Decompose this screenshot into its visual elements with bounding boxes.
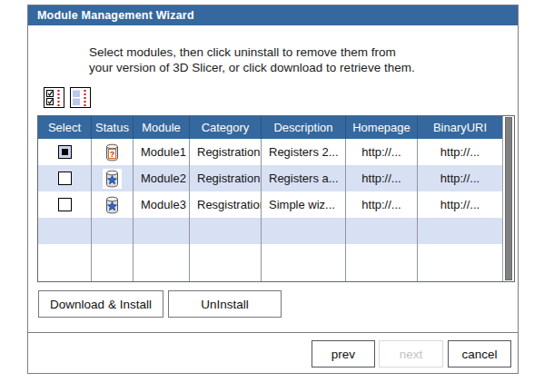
column-header-status[interactable]: Status bbox=[92, 116, 134, 139]
footer-separator bbox=[28, 332, 518, 333]
cancel-button[interactable]: cancel bbox=[448, 340, 511, 368]
column-header-module[interactable]: Module bbox=[134, 116, 190, 139]
description-cell: Simple wiz... bbox=[262, 191, 346, 218]
vertical-scrollbar[interactable] bbox=[502, 116, 514, 281]
table-row-module2[interactable]: Module2 Registration Registers a... http… bbox=[38, 165, 514, 191]
status-cell bbox=[103, 195, 122, 215]
description-cell: Registers 2... bbox=[262, 139, 346, 165]
table-header-row: Select Status Module Category Descriptio… bbox=[38, 116, 514, 139]
download-install-button[interactable]: Download & Install bbox=[38, 290, 163, 318]
scrollbar-thumb[interactable] bbox=[505, 117, 512, 280]
module3-checkbox[interactable] bbox=[58, 198, 72, 211]
column-header-binaryuri[interactable]: BinaryURI bbox=[418, 116, 502, 139]
select-all-button[interactable] bbox=[44, 87, 64, 108]
module-management-wizard-dialog: Module Management Wizard Select modules,… bbox=[27, 5, 519, 374]
binaryuri-cell: http://... bbox=[418, 165, 502, 191]
binaryuri-cell: http://... bbox=[418, 191, 502, 218]
svg-text:?: ? bbox=[110, 149, 115, 158]
table-row-module3[interactable]: Module3 Resgistration Simple wiz... http… bbox=[38, 191, 514, 218]
category-cell: Registration bbox=[190, 139, 262, 165]
module2-checkbox[interactable] bbox=[58, 172, 72, 185]
column-header-category[interactable]: Category bbox=[190, 116, 262, 139]
column-header-select[interactable]: Select bbox=[38, 116, 92, 139]
next-button: next bbox=[379, 340, 443, 368]
category-cell: Resgistration bbox=[190, 191, 262, 218]
table-row-module1[interactable]: ? Module1 Registration Registers 2... ht… bbox=[38, 139, 514, 165]
module1-checkbox[interactable] bbox=[58, 145, 72, 159]
select-all-checkboxes-icon bbox=[44, 87, 64, 108]
empty-row bbox=[38, 218, 514, 244]
instructions-text: Select modules, then click uninstall to … bbox=[89, 44, 415, 75]
status-cell: ? bbox=[103, 142, 122, 162]
description-cell: Registers a... bbox=[262, 165, 346, 191]
binaryuri-cell: http://... bbox=[418, 139, 502, 165]
empty-row bbox=[38, 244, 514, 281]
homepage-cell: http://... bbox=[346, 139, 418, 165]
column-header-homepage[interactable]: Homepage bbox=[346, 116, 418, 139]
homepage-cell: http://... bbox=[346, 191, 418, 218]
category-cell: Registration bbox=[190, 165, 262, 191]
uninstall-button[interactable]: UnInstall bbox=[168, 290, 282, 318]
column-header-description[interactable]: Description bbox=[262, 116, 346, 139]
database-star-icon bbox=[104, 196, 120, 214]
deselect-all-button[interactable] bbox=[70, 87, 91, 108]
window-titlebar[interactable]: Module Management Wizard bbox=[28, 5, 518, 25]
prev-button[interactable]: prev bbox=[312, 340, 375, 368]
status-cell bbox=[103, 169, 122, 189]
modules-table: Select Status Module Category Descriptio… bbox=[37, 115, 515, 282]
homepage-cell: http://... bbox=[346, 165, 418, 191]
database-question-icon: ? bbox=[104, 143, 120, 162]
instructions-line1: Select modules, then click uninstall to … bbox=[89, 44, 415, 60]
checkbox-checked-mark bbox=[62, 149, 68, 155]
deselect-all-checkboxes-icon bbox=[70, 87, 91, 108]
instructions-line2: your version of 3D Slicer, or click down… bbox=[89, 60, 415, 75]
database-star-icon bbox=[104, 170, 120, 188]
selection-toolbar bbox=[44, 87, 91, 108]
module-name-cell: Module1 bbox=[134, 139, 190, 165]
window-title: Module Management Wizard bbox=[37, 9, 194, 22]
module-name-cell: Module2 bbox=[134, 165, 190, 191]
module-name-cell: Module3 bbox=[134, 191, 190, 218]
